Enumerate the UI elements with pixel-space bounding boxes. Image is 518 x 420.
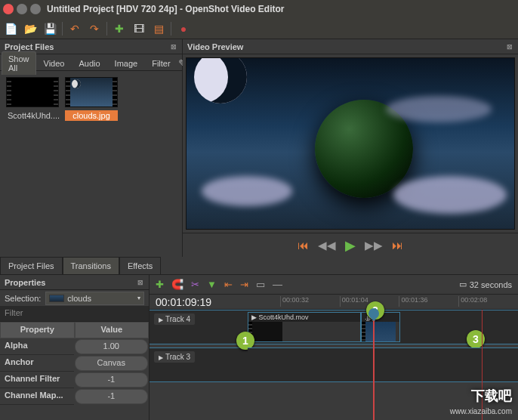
file-label: clouds.jpg [65,110,118,121]
watermark-text: 下载吧 [471,387,512,405]
prop-value[interactable]: Canvas [75,356,148,371]
export-icon[interactable]: ● [176,21,191,36]
tab-effects[interactable]: Effects [119,257,161,274]
tab-video[interactable]: Video [37,56,72,70]
center-playhead-icon[interactable]: ▭ [256,279,265,290]
prop-value[interactable]: -1 [75,389,148,404]
jump-start-icon[interactable]: ⏮ [298,239,309,252]
ruler-tick: 00:01:36 [401,296,427,304]
window-title: Untitled Project [HDV 720 24p] - OpenSho… [47,4,284,14]
add-track-icon[interactable]: ✚ [156,279,164,290]
col-value[interactable]: Value [75,322,150,338]
window-close-button[interactable] [3,4,14,14]
rewind-icon[interactable]: ◀◀ [318,239,336,252]
playhead[interactable] [373,310,375,420]
chevron-right-icon: ▶ [159,354,163,361]
preview-content [194,57,247,103]
preview-content [202,176,292,206]
video-preview-title: Video Preview [187,42,243,51]
next-marker-icon[interactable]: ⇥ [240,279,248,290]
file-label: Scott4kUhd.... [6,110,59,121]
toolbar-separator [171,22,171,36]
zoom-icon[interactable]: ▭ [459,279,467,289]
open-project-icon[interactable]: 📂 [23,21,38,36]
clip-name: Scott4kUhd.mov [259,313,309,321]
tab-project-files[interactable]: Project Files [0,257,63,274]
ruler-tick: 00:01:04 [342,296,368,304]
razor-icon[interactable]: ✂ [191,279,199,290]
selection-dropdown[interactable]: clouds ▾ [45,292,144,305]
import-files-icon[interactable]: 🎞 [131,21,146,36]
zoom-slider-icon[interactable]: — [273,279,282,290]
chevron-down-icon: ▾ [137,295,140,301]
project-files-title: Project Files [5,42,54,51]
jump-end-icon[interactable]: ⏭ [392,239,403,252]
prop-value[interactable]: 1.00 [75,339,148,354]
properties-title: Properties [5,278,45,287]
selection-thumb-icon [49,295,64,302]
toolbar-separator [106,22,107,36]
prop-name: Anchor [0,355,74,372]
choose-profile-icon[interactable]: ▤ [151,21,166,36]
prop-name: Alpha [0,338,74,355]
preview-content [393,176,507,214]
watermark-url: www.xiazaiba.com [450,407,512,415]
tab-transitions[interactable]: Transitions [63,257,119,274]
detach-icon[interactable]: ⊠ [137,279,144,286]
forward-icon[interactable]: ▶▶ [365,239,383,252]
marker-icon[interactable]: ▼ [207,279,217,290]
detach-icon[interactable]: ⊠ [507,43,513,51]
preview-content [386,96,492,122]
snap-icon[interactable]: 🧲 [171,279,183,290]
play-icon[interactable]: ▶ [345,237,356,254]
ruler-tick: 00:00:32 [282,296,309,304]
video-preview[interactable] [186,57,515,230]
detach-icon[interactable]: ⊠ [171,43,177,51]
col-property[interactable]: Property [0,322,75,338]
project-file-item[interactable]: Scott4kUhd.... [6,77,59,121]
timecode-display[interactable]: 00:01:09:19 [150,295,248,309]
tab-filter[interactable]: Filter [145,56,177,70]
add-icon[interactable]: ✚ [112,21,127,36]
track-label[interactable]: ▶Track 3 [154,351,195,363]
toolbar-separator [62,22,63,36]
timeline-clip[interactable]: ▶ Scott4kUhd.mov [248,312,361,342]
undo-icon[interactable]: ↶ [67,21,82,36]
new-project-icon[interactable]: 📄 [3,21,18,36]
main-toolbar: 📄 📂 💾 ↶ ↷ ✚ 🎞 ▤ ● [0,18,518,39]
chevron-right-icon: ▶ [251,313,259,321]
prop-name: Channel Map... [0,388,74,405]
window-minimize-button[interactable] [17,4,27,14]
timeline-duration: 32 seconds [470,280,512,289]
selection-value: clouds [67,294,91,303]
prop-name: Channel Filter [0,372,74,388]
selection-label: Selection: [5,294,41,303]
tab-image[interactable]: Image [108,56,145,70]
filter-input[interactable]: Filter [0,307,149,322]
tab-audio[interactable]: Audio [72,56,106,70]
window-maximize-button[interactable] [30,4,41,14]
ruler-tick: 00:02:08 [461,296,487,304]
chevron-right-icon: ▶ [159,317,163,323]
project-file-item[interactable]: clouds.jpg [65,77,118,121]
track-label[interactable]: ▶Track 4 [154,313,195,325]
redo-icon[interactable]: ↷ [87,21,102,36]
save-project-icon[interactable]: 💾 [42,21,57,36]
prop-value[interactable]: -1 [75,372,148,388]
prev-marker-icon[interactable]: ⇤ [224,279,233,290]
